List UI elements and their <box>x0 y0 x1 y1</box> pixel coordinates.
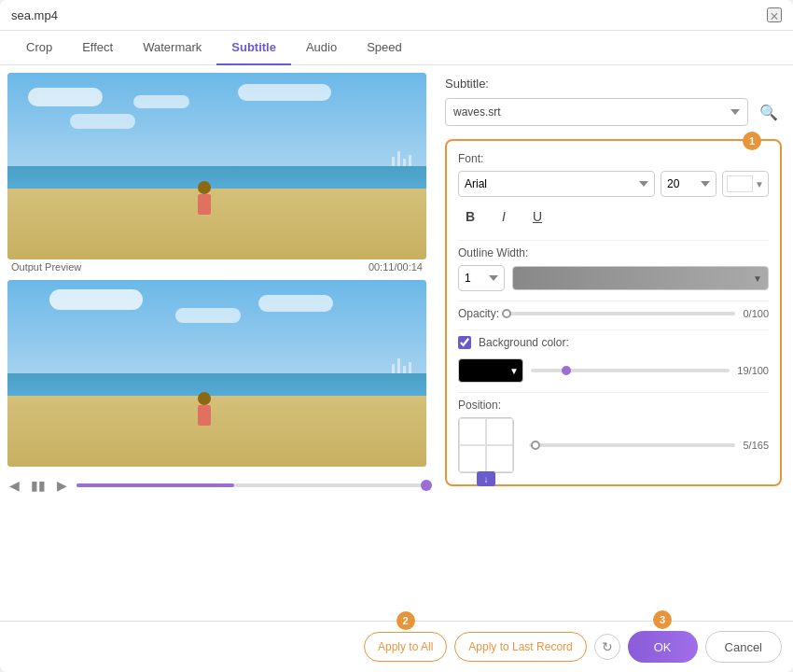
bottom-bar: 2 Apply to All Apply to Last Record ↻ 3 … <box>0 621 793 672</box>
position-cell-tl[interactable] <box>459 418 486 445</box>
ok-button[interactable]: OK <box>628 631 698 663</box>
font-family-select[interactable]: Arial <box>458 171 655 197</box>
close-button[interactable]: × <box>767 7 782 22</box>
video-preview-top: Output Preview 00:11/00:14 <box>7 73 426 274</box>
badge-2: 2 <box>396 611 415 630</box>
settings-section: 1 Font: Arial 20 ▼ <box>445 139 782 486</box>
position-slider[interactable] <box>529 443 735 447</box>
bg-opacity-slider[interactable] <box>531 369 730 372</box>
italic-button[interactable]: I <box>492 204 516 229</box>
refresh-button[interactable]: ↻ <box>594 634 620 660</box>
opacity-value: 0/100 <box>743 308 769 319</box>
right-panel: Subtitle: waves.srt 🔍 1 Font: Arial <box>434 65 793 621</box>
cancel-button[interactable]: Cancel <box>705 631 782 663</box>
opacity-label: Opacity: <box>458 307 499 320</box>
position-cell-tr[interactable] <box>486 418 513 445</box>
bg-color-picker[interactable]: ▼ <box>458 358 523 383</box>
badge-1: 1 <box>743 132 761 150</box>
position-label: Position: <box>458 399 769 412</box>
tab-subtitle[interactable]: Subtitle <box>216 31 291 65</box>
outline-width-select[interactable]: 1 <box>458 265 505 291</box>
opacity-slider[interactable] <box>507 312 735 315</box>
window-title: sea.mp4 <box>11 8 58 22</box>
pause-button[interactable]: ▮▮ <box>29 476 48 495</box>
next-button[interactable]: ▶ <box>55 476 69 495</box>
position-value: 5/165 <box>743 440 769 451</box>
apply-to-last-record-button[interactable]: Apply to Last Record <box>454 632 586 662</box>
tab-audio[interactable]: Audio <box>291 31 352 65</box>
timeline: ◀ ▮▮ ▶ <box>7 472 426 498</box>
apply-to-all-button[interactable]: Apply to All <box>364 632 447 662</box>
tab-speed[interactable]: Speed <box>352 31 417 65</box>
timecode: 00:11/00:14 <box>369 261 423 273</box>
output-preview-label: Output Preview <box>11 261 81 273</box>
font-label: Font: <box>458 152 769 165</box>
position-cell-bl[interactable] <box>459 445 486 472</box>
badge-3: 3 <box>653 610 672 629</box>
timeline-track[interactable] <box>77 483 426 487</box>
prev-button[interactable]: ◀ <box>7 476 21 495</box>
tab-crop[interactable]: Crop <box>11 31 67 65</box>
font-size-select[interactable]: 20 <box>661 171 716 197</box>
font-color-picker[interactable]: ▼ <box>722 171 769 197</box>
tab-watermark[interactable]: Watermark <box>128 31 216 65</box>
search-button[interactable]: 🔍 <box>756 99 782 125</box>
tab-bar: Crop Effect Watermark Subtitle Audio Spe… <box>0 31 793 65</box>
outline-label: Outline Width: <box>458 246 769 259</box>
bg-color-checkbox[interactable] <box>458 336 471 349</box>
outline-color-picker[interactable]: ▼ <box>512 266 769 290</box>
bg-color-label: Background color: <box>479 336 569 349</box>
subtitle-header: Subtitle: <box>445 77 782 91</box>
bold-button[interactable]: B <box>458 204 482 229</box>
underline-button[interactable]: U <box>525 204 550 229</box>
position-grid[interactable] <box>458 417 514 473</box>
subtitle-label: Subtitle: <box>445 77 489 91</box>
position-arrow[interactable]: ↓ <box>477 471 495 486</box>
tab-effect[interactable]: Effect <box>67 31 128 65</box>
subtitle-file-select[interactable]: waves.srt <box>445 98 748 126</box>
position-cell-br[interactable] <box>486 445 513 472</box>
video-preview-bottom <box>7 280 426 467</box>
bg-opacity-value: 19/100 <box>737 365 769 376</box>
